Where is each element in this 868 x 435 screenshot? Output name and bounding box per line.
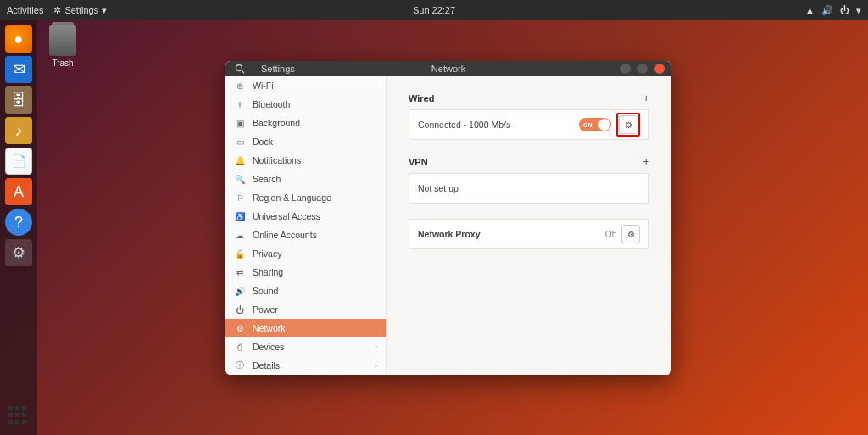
sidebar-item-privacy[interactable]: 🔒Privacy — [225, 244, 386, 263]
sidebar-item-wifi[interactable]: ⊚Wi-Fi — [225, 76, 386, 95]
top-bar: Activities ✲ Settings ▾ Sun 22:27 ▲ 🔊 ⏻ … — [0, 0, 868, 20]
network-icon: ⚙ — [234, 324, 246, 333]
wifi-icon: ⊚ — [234, 81, 246, 91]
sidebar-item-power[interactable]: ⏻Power — [225, 300, 386, 319]
volume-icon[interactable]: 🔊 — [821, 5, 833, 16]
sidebar-item-label: Sharing — [253, 267, 283, 277]
sidebar-item-background[interactable]: ▣Background — [225, 114, 386, 132]
sharing-icon: ⇄ — [234, 268, 246, 277]
power-icon: ⏻ — [234, 305, 246, 315]
dock-rhythmbox[interactable]: ♪ — [5, 117, 32, 144]
settings-menu[interactable]: ✲ Settings ▾ — [53, 5, 107, 16]
sidebar-item-label: Wi-Fi — [253, 81, 274, 91]
dock-files[interactable]: 🗄 — [5, 86, 32, 114]
toggle-knob — [598, 119, 610, 131]
sidebar-item-label: Network — [253, 323, 286, 333]
chevron-down-icon[interactable]: ▾ — [856, 5, 861, 16]
dock-software[interactable]: A — [5, 178, 32, 205]
settings-sidebar: ⊚Wi-FiᚼBluetooth▣Background▭Dock🔔Notific… — [225, 76, 387, 375]
add-vpn-button[interactable]: + — [643, 155, 649, 168]
wired-toggle[interactable]: ON — [579, 118, 611, 131]
proxy-title: Network Proxy — [418, 229, 481, 239]
accessibility-icon: ♿ — [234, 212, 246, 221]
show-applications[interactable] — [8, 406, 29, 427]
add-wired-button[interactable]: + — [643, 92, 649, 104]
proxy-settings-button[interactable]: ⚙ — [621, 225, 640, 243]
sidebar-item-accounts[interactable]: ☁Online Accounts — [225, 226, 386, 244]
notifications-icon: 🔔 — [234, 156, 246, 165]
window-titlebar[interactable]: Settings Network — [225, 61, 671, 76]
dock-thunderbird[interactable]: ✉ — [5, 56, 32, 83]
devices-icon: ⎙ — [234, 343, 246, 352]
wired-card: Connected - 1000 Mb/s ON ⚙ — [409, 109, 649, 140]
maximize-button[interactable] — [637, 64, 648, 74]
sidebar-item-label: Dock — [253, 137, 273, 147]
sidebar-item-accessibility[interactable]: ♿Universal Access — [225, 207, 386, 226]
clock[interactable]: Sun 22:27 — [413, 5, 455, 15]
desktop-trash-label: Trash — [49, 59, 76, 68]
activities-button[interactable]: Activities — [7, 5, 43, 15]
vpn-status: Not set up — [418, 183, 459, 193]
sidebar-item-label: Region & Language — [253, 192, 331, 203]
network-status-icon[interactable]: ▲ — [805, 5, 815, 15]
sidebar-item-sound[interactable]: 🔊Sound — [225, 282, 386, 300]
network-content: Wired + Connected - 1000 Mb/s ON ⚙ — [387, 76, 671, 375]
vpn-section-title: VPN — [409, 157, 428, 167]
wired-status: Connected - 1000 Mb/s — [418, 120, 510, 130]
toggle-on-label: ON — [583, 122, 593, 128]
app-title: Settings — [261, 64, 295, 74]
dock-firefox[interactable]: ● — [5, 25, 32, 53]
sidebar-item-label: Privacy — [253, 248, 281, 259]
settings-menu-label: Settings — [64, 5, 98, 15]
sidebar-item-label: Notifications — [253, 155, 301, 165]
sidebar-item-label: Background — [253, 118, 300, 128]
sidebar-item-notifications[interactable]: 🔔Notifications — [225, 151, 386, 170]
launcher-dock: ● ✉ 🗄 ♪ 📄 A ? ⚙ — [0, 20, 37, 435]
page-title: Network — [431, 64, 465, 74]
svg-line-1 — [242, 70, 244, 73]
search-icon: 🔍 — [234, 175, 246, 184]
trash-icon — [49, 25, 76, 56]
sidebar-item-label: Bluetooth — [253, 99, 290, 109]
sidebar-item-details[interactable]: ⓘDetails› — [225, 356, 386, 375]
details-icon: ⓘ — [234, 360, 246, 371]
sidebar-item-bluetooth[interactable]: ᚼBluetooth — [225, 95, 386, 114]
chevron-right-icon: › — [375, 343, 377, 351]
sidebar-item-label: Details — [253, 360, 280, 371]
accounts-icon: ☁ — [234, 231, 246, 240]
vpn-card: Not set up — [409, 173, 649, 204]
proxy-card: Network Proxy Off ⚙ — [409, 219, 649, 249]
sidebar-item-network[interactable]: ⚙Network — [225, 319, 386, 337]
sidebar-item-label: Devices — [253, 342, 284, 352]
search-icon — [235, 64, 245, 74]
dock-icon: ▭ — [234, 137, 246, 147]
svg-point-0 — [236, 65, 242, 71]
power-icon[interactable]: ⏻ — [840, 5, 849, 15]
chevron-right-icon: › — [375, 361, 377, 370]
sound-icon: 🔊 — [234, 287, 246, 296]
sidebar-item-search[interactable]: 🔍Search — [225, 170, 386, 188]
settings-menu-icon: ✲ — [53, 5, 61, 16]
wired-settings-button[interactable]: ⚙ — [619, 115, 637, 134]
dock-settings[interactable]: ⚙ — [5, 239, 32, 266]
sidebar-item-label: Power — [253, 304, 278, 315]
gear-icon: ⚙ — [627, 230, 635, 239]
sidebar-item-region[interactable]: ⚐Region & Language — [225, 188, 386, 207]
dock-writer[interactable]: 📄 — [5, 148, 32, 175]
wired-section-title: Wired — [409, 93, 434, 103]
background-icon: ▣ — [234, 119, 246, 128]
wired-settings-highlight: ⚙ — [616, 113, 640, 137]
minimize-button[interactable] — [620, 64, 631, 74]
sidebar-item-label: Sound — [253, 286, 278, 296]
bluetooth-icon: ᚼ — [234, 100, 246, 109]
dock-help[interactable]: ? — [5, 209, 32, 236]
sidebar-item-label: Search — [253, 174, 281, 184]
sidebar-item-sharing[interactable]: ⇄Sharing — [225, 263, 386, 282]
sidebar-item-label: Universal Access — [253, 211, 320, 221]
desktop-trash[interactable]: Trash — [49, 25, 76, 68]
privacy-icon: 🔒 — [234, 249, 246, 259]
sidebar-item-dock[interactable]: ▭Dock — [225, 132, 386, 151]
search-button[interactable] — [225, 61, 254, 76]
close-button[interactable] — [654, 64, 665, 74]
sidebar-item-devices[interactable]: ⎙Devices› — [225, 337, 386, 356]
